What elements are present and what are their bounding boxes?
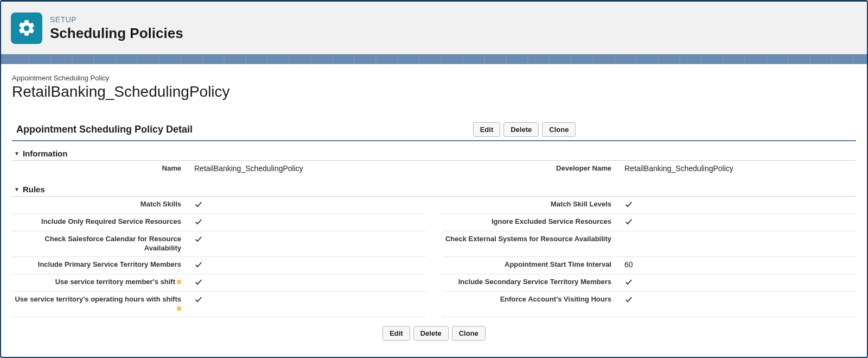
edit-button[interactable]: Edit <box>473 122 501 137</box>
name-value: RetailBanking_SchedulingPolicy <box>191 164 426 173</box>
check-icon <box>624 200 633 210</box>
section-rules-label: Rules <box>23 185 45 194</box>
rule-label: Use service territory's operating hours … <box>12 295 191 313</box>
rule-row: Match Skill Levels <box>442 197 856 214</box>
rule-label: Check Salesforce Calendar for Resource A… <box>12 235 191 253</box>
rule-row: Include Secondary Service Territory Memb… <box>442 274 856 292</box>
check-icon <box>194 278 203 288</box>
check-icon <box>624 278 633 288</box>
page-title: Scheduling Policies <box>50 25 183 42</box>
rule-value <box>621 295 856 305</box>
rule-label: Check External Systems for Resource Avai… <box>442 235 621 244</box>
gear-icon <box>11 12 42 44</box>
clone-button[interactable]: Clone <box>542 122 576 137</box>
rule-label: Include Secondary Service Territory Memb… <box>442 278 621 287</box>
rule-value <box>191 217 426 228</box>
record-type-label: Appointment Scheduling Policy <box>12 74 856 82</box>
delete-button[interactable]: Delete <box>413 326 449 341</box>
chevron-down-icon: ▼ <box>14 150 20 156</box>
developer-name-value: RetailBanking_SchedulingPolicy <box>621 164 856 173</box>
check-icon <box>194 217 203 228</box>
check-icon <box>624 295 633 305</box>
rule-label: Match Skills <box>12 200 191 209</box>
decorative-band <box>1 54 867 64</box>
rule-row: Include Primary Service Territory Member… <box>12 257 426 274</box>
rule-label: Enforce Account's Visiting Hours <box>442 295 621 304</box>
section-information-label: Information <box>23 149 68 158</box>
check-icon <box>194 295 203 305</box>
chevron-down-icon: ▼ <box>14 186 20 192</box>
bottom-button-row: Edit Delete Clone <box>12 326 856 341</box>
rule-row: Check External Systems for Resource Avai… <box>442 231 856 257</box>
developer-name-label: Developer Name <box>442 164 621 173</box>
name-label: Name <box>12 164 191 173</box>
rule-value: 60 <box>621 260 856 269</box>
rule-row: Match Skills <box>12 197 426 214</box>
rule-label: Ignore Excluded Service Resources <box>442 217 621 227</box>
rule-value <box>621 278 856 288</box>
rule-row: Use service territory's operating hours … <box>12 292 426 317</box>
check-icon <box>194 200 203 210</box>
rule-label: Appointment Start Time Interval <box>442 260 621 269</box>
detail-section-title: Appointment Scheduling Policy Detail <box>12 124 193 135</box>
help-icon[interactable] <box>177 280 181 284</box>
edit-button[interactable]: Edit <box>382 326 410 341</box>
check-icon <box>194 260 203 271</box>
rule-row: Include Only Required Service Resources <box>12 214 426 231</box>
rule-value <box>191 260 426 271</box>
rule-label: Use service territory member's shift <box>12 278 191 287</box>
clone-button[interactable]: Clone <box>452 326 486 341</box>
rule-value <box>621 217 856 228</box>
help-icon[interactable] <box>177 306 181 311</box>
rule-value <box>191 278 426 288</box>
check-icon <box>194 235 203 245</box>
rule-row: Ignore Excluded Service Resources <box>442 214 856 231</box>
rule-label: Include Only Required Service Resources <box>12 217 191 227</box>
setup-header: SETUP Scheduling Policies <box>1 2 867 54</box>
rule-label: Match Skill Levels <box>442 200 621 209</box>
rule-row: Enforce Account's Visiting Hours <box>442 292 856 317</box>
delete-button[interactable]: Delete <box>503 122 539 137</box>
record-name-title: RetailBanking_SchedulingPolicy <box>12 83 856 101</box>
rule-row: Appointment Start Time Interval60 <box>442 257 856 274</box>
rule-value <box>621 200 856 210</box>
section-rules[interactable]: ▼ Rules <box>12 181 856 197</box>
rule-row: Use service territory member's shift <box>12 274 426 292</box>
top-button-row: Edit Delete Clone <box>193 122 856 137</box>
rule-value <box>191 200 426 210</box>
setup-eyebrow: SETUP <box>50 15 183 24</box>
section-information[interactable]: ▼ Information <box>12 146 856 161</box>
rule-value <box>191 295 426 305</box>
rule-value <box>191 235 426 245</box>
check-icon <box>624 217 633 228</box>
rule-row: Check Salesforce Calendar for Resource A… <box>12 231 426 257</box>
rule-label: Include Primary Service Territory Member… <box>12 260 191 269</box>
